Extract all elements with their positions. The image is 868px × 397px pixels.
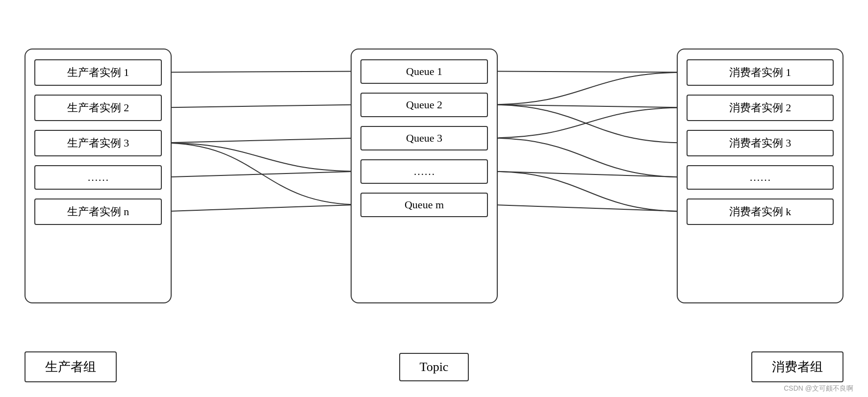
queue-2: Queue 2 bbox=[360, 93, 488, 117]
producer-group-label: 生产者组 bbox=[25, 351, 117, 382]
topic-label: Topic bbox=[399, 353, 469, 381]
producer-group: 生产者实例 1 生产者实例 2 生产者实例 3 …… 生产者实例 n bbox=[25, 49, 172, 303]
consumer-node-k: 消费者实例 k bbox=[687, 198, 834, 225]
queue-dots: …… bbox=[360, 159, 488, 184]
consumer-node-1: 消费者实例 1 bbox=[687, 59, 834, 86]
producer-node-3: 生产者实例 3 bbox=[34, 130, 162, 156]
producer-node-2: 生产者实例 2 bbox=[34, 95, 162, 121]
queue-1: Queue 1 bbox=[360, 59, 488, 84]
queue-m: Queue m bbox=[360, 193, 488, 217]
consumer-node-3: 消费者实例 3 bbox=[687, 130, 834, 156]
labels-row: 生产者组 Topic 消费者组 bbox=[10, 347, 858, 387]
consumer-node-dots: …… bbox=[687, 165, 834, 190]
topic-group: Queue 1 Queue 2 Queue 3 …… Queue m bbox=[351, 49, 498, 303]
producer-node-1: 生产者实例 1 bbox=[34, 59, 162, 86]
diagram-area: 生产者实例 1 生产者实例 2 生产者实例 3 …… 生产者实例 n Queue… bbox=[10, 10, 858, 342]
consumer-node-2: 消费者实例 2 bbox=[687, 95, 834, 121]
main-container: 生产者实例 1 生产者实例 2 生产者实例 3 …… 生产者实例 n Queue… bbox=[10, 10, 858, 387]
producer-node-dots: …… bbox=[34, 165, 162, 190]
watermark: CSDN @文可颇不良啊 bbox=[784, 384, 853, 393]
consumer-group-label: 消费者组 bbox=[751, 351, 843, 382]
queue-3: Queue 3 bbox=[360, 126, 488, 150]
consumer-group: 消费者实例 1 消费者实例 2 消费者实例 3 …… 消费者实例 k bbox=[677, 49, 843, 303]
producer-node-n: 生产者实例 n bbox=[34, 198, 162, 225]
